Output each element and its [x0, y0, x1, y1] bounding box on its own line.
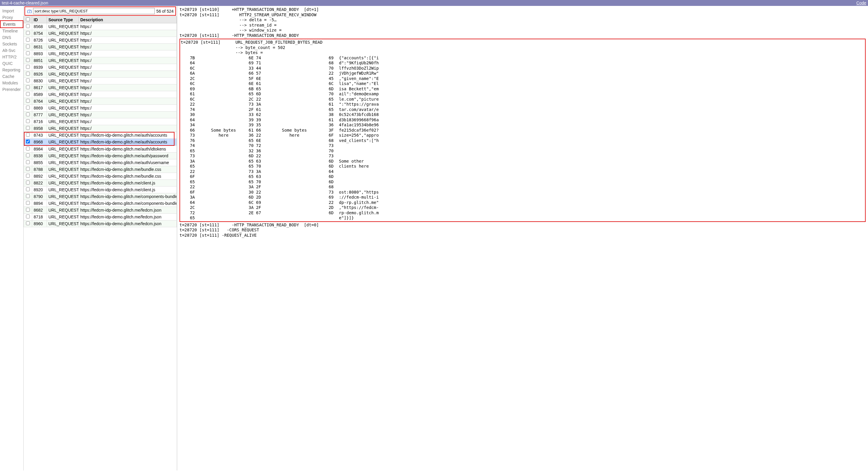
sidebar-item-prerender[interactable]: Prerender: [0, 86, 23, 93]
col-desc[interactable]: Description: [79, 17, 177, 23]
table-row[interactable]: 8726URL_REQUESThttps:/: [24, 37, 177, 44]
row-checkbox[interactable]: [26, 78, 30, 82]
row-checkbox[interactable]: [26, 72, 30, 75]
row-checkbox[interactable]: [26, 187, 30, 191]
row-checkbox[interactable]: [26, 160, 30, 164]
sidebar-item-cache[interactable]: Cache: [0, 73, 23, 80]
hex-row: 2C3A 2F2D,"https://fedcm-: [181, 205, 864, 211]
row-checkbox[interactable]: [26, 58, 30, 62]
row-checkbox[interactable]: [26, 99, 30, 103]
row-id: 8754: [32, 30, 47, 37]
table-row[interactable]: 8743URL_REQUESThttps://fedcm-idp-demo.gl…: [24, 132, 177, 139]
row-checkbox[interactable]: [26, 174, 30, 178]
hex-row: 6F65 636D: [181, 174, 864, 180]
table-row[interactable]: 8851URL_REQUESThttps:/: [24, 57, 177, 64]
table-row[interactable]: 8960URL_REQUESThttps://fedcm-idp-demo.gl…: [24, 220, 177, 227]
row-checkbox[interactable]: [26, 38, 30, 42]
table-row[interactable]: 8892URL_REQUESThttps://fedcm-idp-demo.gl…: [24, 173, 177, 180]
table-row[interactable]: 8790URL_REQUESThttps://fedcm-idp-demo.gl…: [24, 193, 177, 200]
code-link[interactable]: Code: [857, 1, 866, 5]
table-row[interactable]: 8788URL_REQUESThttps://fedcm-idp-demo.gl…: [24, 166, 177, 173]
table-row[interactable]: 8938URL_REQUESThttps://fedcm-idp-demo.gl…: [24, 153, 177, 159]
row-id: 8851: [32, 57, 47, 64]
sidebar-item-events[interactable]: Events: [0, 20, 23, 28]
table-row[interactable]: 8764URL_REQUESThttps:/: [24, 98, 177, 105]
hex-row: 6C2C 2265le.com","picture: [181, 97, 864, 102]
col-checkbox[interactable]: [24, 17, 32, 23]
row-checkbox[interactable]: [26, 167, 30, 171]
table-row[interactable]: 8682URL_REQUESThttps://fedcm-idp-demo.gl…: [24, 207, 177, 214]
table-row[interactable]: 8754URL_REQUESThttps:/: [24, 30, 177, 37]
table-row[interactable]: 8968URL_REQUESThttps://fedcm-idp-demo.gl…: [24, 139, 177, 146]
sidebar-item-dns[interactable]: DNS: [0, 34, 23, 41]
table-row[interactable]: 8920URL_REQUESThttps://fedcm-idp-demo.gl…: [24, 187, 177, 193]
col-id[interactable]: ID: [32, 17, 47, 23]
row-type: URL_REQUEST: [47, 105, 79, 112]
sidebar-item-reporting[interactable]: Reporting: [0, 67, 23, 73]
sidebar-item-http/2[interactable]: HTTP/2: [0, 54, 23, 60]
row-checkbox[interactable]: [26, 31, 30, 35]
row-type: URL_REQUEST: [47, 64, 79, 71]
table-row[interactable]: 8984URL_REQUESThttps://fedcm-idp-demo.gl…: [24, 146, 177, 153]
row-id: 8718: [32, 214, 47, 220]
row-id: 8716: [32, 118, 47, 125]
row-checkbox[interactable]: [26, 221, 30, 225]
row-checkbox[interactable]: [26, 44, 30, 49]
row-checkbox[interactable]: [26, 201, 30, 205]
detail-panel[interactable]: t=28719 [st=110] +HTTP_TRANSACTION_READ_…: [177, 6, 868, 470]
table-row[interactable]: 8894URL_REQUESThttps://fedcm-idp-demo.gl…: [24, 200, 177, 207]
row-checkbox[interactable]: [26, 24, 30, 28]
row-checkbox[interactable]: [26, 85, 30, 89]
filename-label: test-4-cache-cleared.json: [2, 1, 48, 5]
row-checkbox[interactable]: [26, 139, 30, 144]
table-row[interactable]: 8869URL_REQUESThttps:/: [24, 105, 177, 112]
table-row[interactable]: 8855URL_REQUESThttps://fedcm-idp-demo.gl…: [24, 159, 177, 166]
detail-hscroll[interactable]: [180, 238, 866, 242]
table-row[interactable]: 8822URL_REQUESThttps://fedcm-idp-demo.gl…: [24, 180, 177, 187]
events-panel: (?) 56 of 524 ID Source Type Description…: [24, 6, 177, 470]
sidebar-item-modules[interactable]: Modules: [0, 80, 23, 86]
row-id: 8920: [32, 187, 47, 193]
row-checkbox[interactable]: [26, 119, 30, 123]
table-row[interactable]: 8939URL_REQUESThttps:/: [24, 64, 177, 71]
table-row[interactable]: 8617URL_REQUESThttps:/: [24, 85, 177, 91]
search-input[interactable]: [33, 8, 155, 14]
table-row[interactable]: 8893URL_REQUESThttps:/: [24, 51, 177, 57]
table-row[interactable]: 8716URL_REQUESThttps:/: [24, 118, 177, 125]
row-checkbox[interactable]: [26, 92, 30, 96]
col-source[interactable]: Source Type: [47, 17, 79, 23]
table-row[interactable]: 8589URL_REQUESThttps:/: [24, 91, 177, 98]
row-desc: https://fedcm-idp-demo.glitch.me/fedcm.j…: [79, 214, 177, 220]
row-desc: https://fedcm-idp-demo.glitch.me/bundle.…: [79, 166, 177, 173]
row-checkbox[interactable]: [26, 215, 30, 218]
sidebar-item-import[interactable]: Import: [0, 8, 23, 14]
table-row[interactable]: 8926URL_REQUESThttps:/: [24, 71, 177, 77]
events-hscroll[interactable]: [24, 466, 177, 470]
row-checkbox[interactable]: [26, 133, 30, 137]
sidebar-item-proxy[interactable]: Proxy: [0, 14, 23, 21]
row-id: 8631: [32, 44, 47, 51]
table-row[interactable]: 8718URL_REQUESThttps://fedcm-idp-demo.gl…: [24, 214, 177, 220]
table-row[interactable]: 8777URL_REQUESThttps:/: [24, 112, 177, 118]
row-checkbox[interactable]: [26, 208, 30, 212]
row-checkbox[interactable]: [26, 194, 30, 198]
table-row[interactable]: 8830URL_REQUESThttps:/: [24, 77, 177, 85]
help-link[interactable]: (?): [27, 9, 32, 13]
row-checkbox[interactable]: [26, 153, 30, 157]
sidebar-item-sockets[interactable]: Sockets: [0, 41, 23, 47]
row-checkbox[interactable]: [26, 51, 30, 55]
table-row[interactable]: 8568URL_REQUESThttps:/: [24, 23, 177, 30]
sidebar-item-quic[interactable]: QUIC: [0, 60, 23, 67]
sidebar-item-timeline[interactable]: Timeline: [0, 28, 23, 34]
table-row[interactable]: 8958URL_REQUESThttps:/: [24, 125, 177, 132]
row-checkbox[interactable]: [26, 181, 30, 184]
row-checkbox[interactable]: [26, 65, 30, 69]
row-checkbox[interactable]: [26, 126, 30, 130]
row-checkbox[interactable]: [26, 106, 30, 109]
events-table-scroll[interactable]: ID Source Type Description 8568URL_REQUE…: [24, 16, 177, 466]
sidebar-item-alt-svc[interactable]: Alt-Svc: [0, 47, 23, 54]
table-row[interactable]: 8631URL_REQUESThttps:/: [24, 44, 177, 51]
row-checkbox[interactable]: [26, 113, 30, 116]
row-checkbox[interactable]: [26, 147, 30, 151]
hex-row: 6A66 5722jVDhjgefWDzR1Rw": [181, 71, 864, 76]
